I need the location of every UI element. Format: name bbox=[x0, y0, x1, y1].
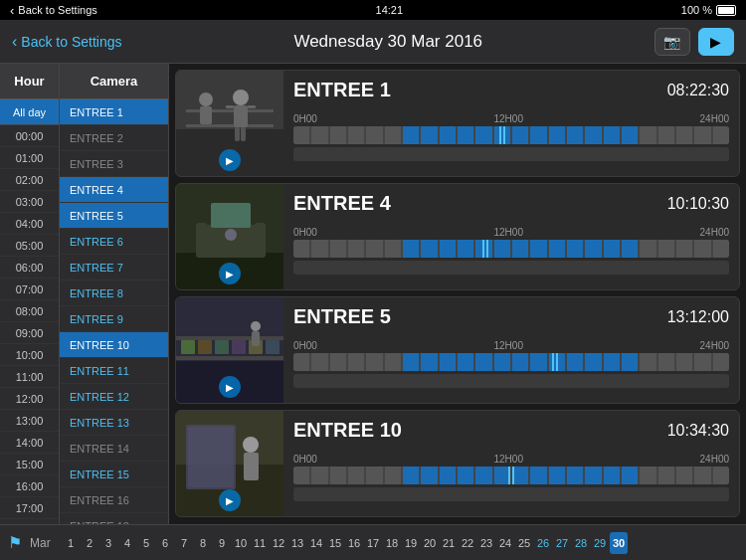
date-btn-12[interactable]: 12 bbox=[270, 532, 287, 554]
play-overlay-entree4[interactable]: ▶ bbox=[219, 263, 241, 284]
play-overlay-entree5[interactable]: ▶ bbox=[219, 376, 241, 398]
camera-item[interactable]: ENTREE 14 bbox=[60, 436, 168, 462]
hour-item[interactable]: 09:00 bbox=[0, 322, 59, 344]
date-btn-20[interactable]: 20 bbox=[421, 532, 439, 554]
hour-item[interactable]: 06:00 bbox=[0, 257, 59, 279]
camera-item[interactable]: ENTREE 5 bbox=[60, 203, 168, 229]
hour-item[interactable]: 12:00 bbox=[0, 388, 59, 410]
hour-item[interactable]: 14:00 bbox=[0, 432, 59, 454]
hour-item[interactable]: 02:00 bbox=[0, 169, 59, 191]
camera-item[interactable]: ENTREE 8 bbox=[60, 280, 168, 306]
timeline-segment bbox=[385, 126, 401, 144]
date-btn-4[interactable]: 4 bbox=[118, 532, 136, 554]
timeline-secondary-track[interactable] bbox=[293, 261, 729, 275]
timeline-track[interactable] bbox=[293, 240, 729, 258]
camera-card-entree5: ▶ ENTREE 5 13:12:00 0H00 12H00 24H00 bbox=[175, 296, 740, 404]
date-btn-10[interactable]: 10 bbox=[232, 532, 250, 554]
back-to-settings[interactable]: ‹ Back to Settings bbox=[10, 3, 97, 18]
timeline-cursor[interactable] bbox=[499, 126, 505, 144]
hour-item[interactable]: 07:00 bbox=[0, 279, 59, 300]
video-icon: 📷 bbox=[663, 34, 680, 50]
date-btn-9[interactable]: 9 bbox=[213, 532, 231, 554]
camera-item[interactable]: ENTREE 16 bbox=[60, 487, 168, 513]
hour-item[interactable]: 15:00 bbox=[0, 454, 59, 475]
all-day-item[interactable]: All day bbox=[0, 99, 59, 125]
date-btn-30[interactable]: 30 bbox=[610, 532, 628, 554]
timeline-track[interactable] bbox=[293, 353, 729, 371]
video-button[interactable]: 📷 bbox=[654, 28, 690, 56]
svg-rect-2 bbox=[186, 109, 274, 112]
date-btn-29[interactable]: 29 bbox=[591, 532, 609, 554]
date-btn-5[interactable]: 5 bbox=[137, 532, 155, 554]
timeline-label-0h: 0H00 bbox=[293, 227, 317, 238]
camera-item[interactable]: ENTREE 15 bbox=[60, 462, 168, 487]
date-btn-17[interactable]: 17 bbox=[364, 532, 382, 554]
timeline-secondary-track[interactable] bbox=[293, 147, 729, 161]
hour-item[interactable]: 01:00 bbox=[0, 147, 59, 169]
play-overlay-entree1[interactable]: ▶ bbox=[219, 149, 241, 171]
flag-icon[interactable]: ⚑ bbox=[8, 533, 22, 552]
date-btn-18[interactable]: 18 bbox=[383, 532, 401, 554]
date-btn-11[interactable]: 11 bbox=[251, 532, 269, 554]
date-btn-14[interactable]: 14 bbox=[307, 532, 325, 554]
date-btn-13[interactable]: 13 bbox=[288, 532, 306, 554]
hour-item[interactable]: 11:00 bbox=[0, 366, 59, 388]
play-overlay-entree10[interactable]: ▶ bbox=[219, 489, 241, 511]
timeline-segment bbox=[604, 240, 620, 258]
hour-item[interactable]: 13:00 bbox=[0, 410, 59, 432]
timeline-cursor[interactable] bbox=[482, 240, 488, 258]
date-btn-23[interactable]: 23 bbox=[477, 532, 495, 554]
hour-item[interactable]: 18:00 bbox=[0, 519, 59, 524]
camera-item[interactable]: ENTREE 6 bbox=[60, 229, 168, 255]
hour-item[interactable]: 05:00 bbox=[0, 235, 59, 257]
hour-item[interactable]: 00:00 bbox=[0, 125, 59, 147]
timeline-segment bbox=[640, 353, 655, 371]
date-btn-24[interactable]: 24 bbox=[496, 532, 514, 554]
hour-item[interactable]: 08:00 bbox=[0, 300, 59, 322]
date-btn-27[interactable]: 27 bbox=[553, 532, 571, 554]
date-btn-15[interactable]: 15 bbox=[326, 532, 344, 554]
camera-item[interactable]: ENTREE 10 bbox=[60, 332, 168, 358]
camera-item[interactable]: ENTREE 3 bbox=[60, 151, 168, 177]
hour-item[interactable]: 03:00 bbox=[0, 191, 59, 213]
timeline-secondary-track[interactable] bbox=[293, 487, 729, 501]
date-btn-1[interactable]: 1 bbox=[62, 532, 80, 554]
timeline-cursor[interactable] bbox=[508, 467, 514, 484]
camera-item[interactable]: ENTREE 1 bbox=[60, 99, 168, 125]
hour-item[interactable]: 04:00 bbox=[0, 213, 59, 235]
date-btn-6[interactable]: 6 bbox=[156, 532, 174, 554]
date-btn-8[interactable]: 8 bbox=[194, 532, 212, 554]
date-btn-7[interactable]: 7 bbox=[175, 532, 193, 554]
date-btn-19[interactable]: 19 bbox=[402, 532, 420, 554]
camera-item[interactable]: ENTREE 11 bbox=[60, 358, 168, 384]
date-btn-26[interactable]: 26 bbox=[534, 532, 552, 554]
camera-item[interactable]: ENTREE 4 bbox=[60, 177, 168, 203]
timeline-segment bbox=[475, 126, 491, 144]
date-btn-21[interactable]: 21 bbox=[440, 532, 458, 554]
camera-item[interactable]: ENTREE 2 bbox=[60, 125, 168, 151]
hour-item[interactable]: 10:00 bbox=[0, 344, 59, 366]
date-btn-28[interactable]: 28 bbox=[572, 532, 590, 554]
back-button[interactable]: ‹ Back to Settings bbox=[12, 33, 122, 51]
timeline-track[interactable] bbox=[293, 467, 729, 484]
camera-item[interactable]: ENTREE 18 bbox=[60, 513, 168, 524]
status-bar: ‹ Back to Settings 14:21 100 % bbox=[0, 0, 746, 20]
date-btn-25[interactable]: 25 bbox=[515, 532, 533, 554]
hour-item[interactable]: 17:00 bbox=[0, 497, 59, 519]
timeline-cursor[interactable] bbox=[552, 353, 558, 371]
date-btn-2[interactable]: 2 bbox=[81, 532, 98, 554]
play-button[interactable]: ▶ bbox=[698, 28, 734, 56]
date-btn-3[interactable]: 3 bbox=[99, 532, 117, 554]
hour-item[interactable]: 16:00 bbox=[0, 475, 59, 497]
camera-item[interactable]: ENTREE 7 bbox=[60, 255, 168, 280]
date-btn-16[interactable]: 16 bbox=[345, 532, 363, 554]
timeline-label-24h: 24H00 bbox=[700, 454, 729, 465]
date-btn-22[interactable]: 22 bbox=[459, 532, 476, 554]
camera-item[interactable]: ENTREE 13 bbox=[60, 410, 168, 436]
timeline-segment bbox=[311, 126, 327, 144]
camera-item[interactable]: ENTREE 12 bbox=[60, 384, 168, 410]
timeline-track[interactable] bbox=[293, 126, 729, 144]
svg-rect-9 bbox=[241, 127, 246, 141]
camera-item[interactable]: ENTREE 9 bbox=[60, 306, 168, 332]
timeline-secondary-track[interactable] bbox=[293, 374, 729, 388]
